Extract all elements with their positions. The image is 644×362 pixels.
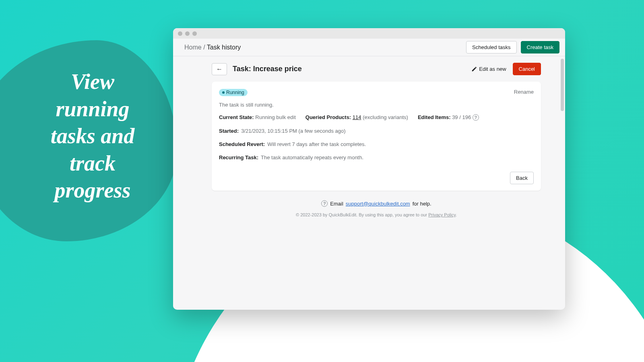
edited-info-icon[interactable]: ? <box>473 114 479 121</box>
support-email-link[interactable]: support@quickbulkedit.com <box>346 201 410 207</box>
back-button[interactable]: Back <box>510 172 534 184</box>
recurring-task-row: Recurring Task: The task automatically r… <box>219 154 534 160</box>
pencil-icon <box>471 66 477 72</box>
app-window: Home / Task history Scheduled tasks Crea… <box>173 28 565 310</box>
traffic-light-close[interactable] <box>178 31 182 36</box>
cancel-button[interactable]: Cancel <box>513 63 541 75</box>
task-status-card: Running Rename The task is still running… <box>212 82 541 191</box>
page-header: Home / Task history Scheduled tasks Crea… <box>173 39 565 56</box>
scheduled-tasks-button[interactable]: Scheduled tasks <box>466 41 516 53</box>
page-title: Task: Increase price <box>233 65 302 73</box>
edit-as-new-button[interactable]: Edit as new <box>471 66 506 72</box>
help-icon: ? <box>321 200 328 207</box>
queried-products: Queried Products: 114 (excluding variant… <box>305 114 408 121</box>
started-row: Started: 3/21/2023, 10:15:15 PM (a few s… <box>219 128 534 134</box>
card-footer: Back <box>219 172 534 184</box>
help-line: ? Email support@quickbulkedit.com for he… <box>321 200 431 207</box>
rename-link[interactable]: Rename <box>514 89 534 95</box>
create-task-button[interactable]: Create task <box>521 41 559 53</box>
edit-as-new-label: Edit as new <box>479 66 506 72</box>
state-summary-row: Current State: Running bulk edit Queried… <box>219 114 534 121</box>
task-page-head: ← Task: Increase price Edit as new Cance… <box>212 63 541 75</box>
copyright: © 2022-2023 by QuickBulkEdit. By using t… <box>212 212 541 217</box>
header-actions: Scheduled tasks Create task <box>466 41 559 53</box>
back-arrow-button[interactable]: ← <box>212 63 227 75</box>
traffic-light-zoom[interactable] <box>192 31 197 36</box>
traffic-light-minimize[interactable] <box>185 31 190 36</box>
status-badge: Running <box>219 89 248 96</box>
current-state: Current State: Running bulk edit <box>219 114 296 121</box>
page-footer: ? Email support@quickbulkedit.com for he… <box>212 200 541 217</box>
breadcrumb-root[interactable]: Home <box>184 44 202 51</box>
breadcrumb: Home / Task history <box>184 44 241 51</box>
status-line: The task is still running. <box>219 102 534 108</box>
scheduled-revert-row: Scheduled Revert: Will revert 7 days aft… <box>219 141 534 147</box>
window-titlebar <box>173 28 565 39</box>
page-body: ← Task: Increase price Edit as new Cance… <box>173 56 565 310</box>
breadcrumb-current: Task history <box>207 44 241 51</box>
promo-headline: View running tasks and track progress <box>32 68 153 204</box>
edited-items: Edited Items: 39 / 196 ? <box>418 114 479 121</box>
privacy-policy-link[interactable]: Privacy Policy <box>428 212 456 217</box>
scrollbar-thumb[interactable] <box>561 59 564 111</box>
queried-products-link[interactable]: 114 <box>353 114 361 120</box>
breadcrumb-sep: / <box>203 44 205 51</box>
